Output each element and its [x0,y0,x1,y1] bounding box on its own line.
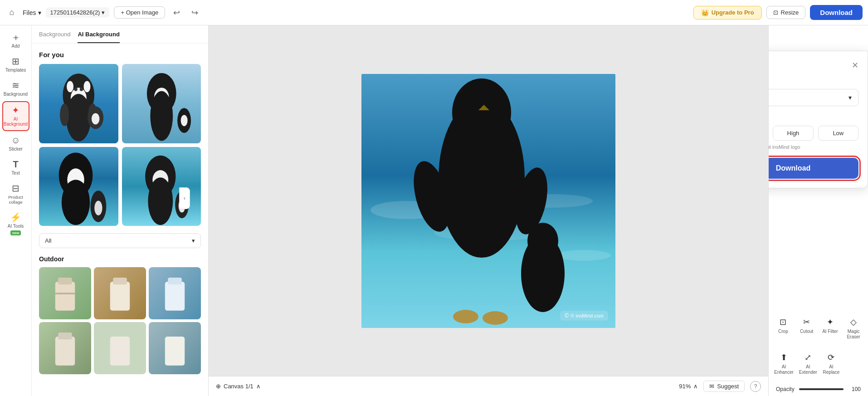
canvas-info: Canvas 1/1 [224,383,254,390]
thumb-2[interactable] [122,64,201,143]
product-collage-label: Product collage [4,195,28,205]
format-chevron: ▾ [848,94,852,101]
outdoor-thumb-6[interactable] [149,322,201,374]
tool-ai-extender[interactable]: ⤢ AI Extender [797,349,819,379]
sidebar-item-add[interactable]: ＋ Add [2,29,29,52]
filter-label: All [45,237,51,244]
sidebar-item-text[interactable]: T Text [2,156,29,179]
popup-close-button[interactable]: ✕ [852,60,858,70]
tools-row-2: ⬆ AI Enhancer ⤢ AI Extender ⟳ AI Replace [772,349,864,379]
zoom-control[interactable]: 91% ∧ [679,383,698,390]
upgrade-button[interactable]: 👑 Upgrade to Pro [693,6,762,20]
outdoor-title: Outdoor [39,255,201,263]
sidebar-item-background[interactable]: ≋ Background [2,77,29,100]
tab-background[interactable]: Background [39,31,70,43]
resize-label: Resize [781,9,799,16]
crown-icon: 👑 [701,9,709,16]
crop-label: Crop [778,329,788,334]
download-main-button[interactable]: Download [768,158,858,179]
resize-button[interactable]: ⊡ Resize [766,6,806,19]
open-image-label: + Open Image [121,9,158,16]
svg-rect-31 [165,282,185,311]
home-button[interactable]: ⌂ [5,6,18,19]
layers-button[interactable]: ⊕ Canvas 1/1 ∧ [216,383,261,390]
right-tools: ⊡ Crop ✂ Cutout ✦ AI Filter ◇ Magic Eras… [769,308,868,396]
tab-ai-background[interactable]: AI Background [78,31,119,43]
suggest-label: Suggest [717,383,739,390]
ai-replace-icon: ⟳ [828,352,834,362]
quality-low-label: Low [833,130,844,137]
quality-low-button[interactable]: Low [818,126,858,141]
download-top-button[interactable]: Download [810,5,863,20]
redo-button[interactable]: ↪ [188,6,201,20]
watermark: © © insMind.com [560,311,608,321]
outdoor-thumb-2[interactable] [94,267,146,319]
ai-filter-label: AI Filter [822,329,838,334]
svg-point-7 [60,103,69,126]
quality-high-label: High [787,130,800,137]
svg-point-49 [453,310,478,323]
svg-point-20 [94,200,102,215]
panel-tabs: Background AI Background [32,25,208,44]
tool-ai-enhancer[interactable]: ⬆ AI Enhancer [772,349,795,379]
files-label: Files [23,9,36,16]
sidebar-item-templates[interactable]: ⊞ Templates [2,53,29,76]
resize-icon: ⊡ [773,9,778,16]
help-button[interactable]: ? [750,381,761,392]
magic-eraser-label: Magic Eraser [844,329,863,340]
svg-rect-36 [165,337,185,366]
thumb-3[interactable] [39,147,118,226]
files-chevron: ▾ [38,9,41,16]
outdoor-thumb-5[interactable] [94,322,146,374]
add-label: Add [12,44,20,49]
ai-enhancer-icon: ⬆ [780,352,787,362]
right-panel: Download ✕ Format JPG ▾ Quality Best Pro… [768,25,868,396]
templates-label: Templates [5,68,26,73]
tool-crop[interactable]: ⊡ Crop [772,313,794,343]
cutout-icon: ✂ [803,317,810,327]
sidebar-item-ai-background[interactable]: ✦ AI Background [2,101,29,131]
tool-magic-eraser[interactable]: ◇ Magic Eraser [843,313,864,343]
ai-filter-icon: ✦ [827,317,834,327]
quality-high-button[interactable]: High [773,126,813,141]
svg-rect-29 [110,282,130,311]
opacity-slider-fill [799,388,844,390]
add-icon: ＋ [11,33,20,42]
outdoor-thumb-4[interactable] [39,322,91,374]
svg-rect-30 [113,278,127,284]
tool-ai-replace[interactable]: ⟳ AI Replace [821,349,842,379]
outdoor-thumb-3[interactable] [149,267,201,319]
svg-rect-35 [110,337,130,366]
opacity-value: 100 [848,386,861,392]
filename-text: 1725011642826(2) [50,9,100,16]
ai-extender-icon: ⤢ [805,352,811,362]
canvas-bottom-bar: ⊕ Canvas 1/1 ∧ 91% ∧ ✉ Suggest ? [209,376,768,396]
background-icon: ≋ [12,81,20,90]
popup-header: Download ✕ [768,60,858,70]
filename-display[interactable]: 1725011642826(2) ▾ [46,7,110,18]
suggest-button[interactable]: ✉ Suggest [703,381,745,392]
watermark-icon: © [565,313,569,319]
download-popup: Download ✕ Format JPG ▾ Quality Best Pro… [768,51,868,188]
sidebar-item-ai-tools[interactable]: ⚡ AI Tools new [2,209,29,239]
format-select[interactable]: JPG ▾ [768,89,858,106]
outdoor-thumb-1[interactable] [39,267,91,319]
panel-sidebar: Background AI Background For you [32,25,209,396]
sidebar-item-sticker[interactable]: ☺ Sticker [2,132,29,155]
thumb-4[interactable] [122,147,201,226]
files-menu[interactable]: Files ▾ [23,9,41,16]
zoom-value: 91% [679,383,691,390]
undo-button[interactable]: ↩ [170,6,183,20]
ai-background-icon: ✦ [12,106,20,115]
thumb-1[interactable] [39,64,118,143]
tool-cutout[interactable]: ✂ Cutout [796,313,818,343]
open-image-button[interactable]: + Open Image [114,6,165,19]
sidebar-item-product-collage[interactable]: ⊟ Product collage [2,180,29,208]
collapse-panel-button[interactable]: ‹ [179,187,190,209]
svg-point-2 [66,94,91,142]
opacity-slider[interactable] [799,388,844,390]
ai-replace-label: AI Replace [823,364,840,375]
tool-ai-filter[interactable]: ✦ AI Filter [819,313,841,343]
sticker-label: Sticker [9,147,23,152]
category-filter[interactable]: All ▾ [39,233,201,248]
